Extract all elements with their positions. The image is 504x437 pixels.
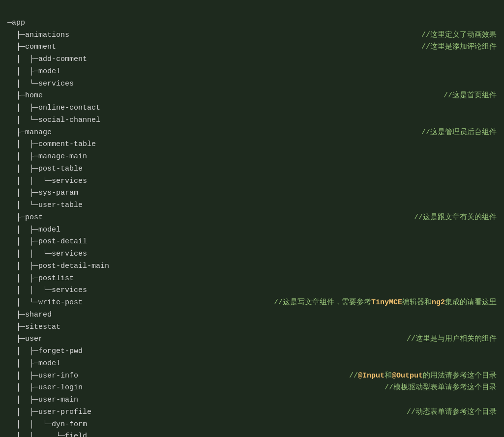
tree-line: ├─shared xyxy=(7,309,497,321)
node-path: ├─home xyxy=(7,90,43,102)
node-path: │ ├─model xyxy=(7,66,60,78)
node-path: │ ├─user-profile xyxy=(7,407,91,419)
tree-line: │ ├─user-profile//动态表单请参考这个目录 xyxy=(7,407,497,419)
node-path: │ ├─post-table xyxy=(7,163,83,175)
node-path: │ ├─post-detail-main xyxy=(7,261,109,273)
node-comment: //模板驱动型表单请参考这个目录 xyxy=(385,382,497,394)
node-path: │ ├─forget-pwd xyxy=(7,346,83,358)
node-comment: //这是首页组件 xyxy=(444,90,497,102)
tree-line: │ ├─model xyxy=(7,224,497,236)
node-path: │ ├─model xyxy=(7,358,60,370)
file-tree: ─app ├─animations//这里定义了动画效果 ├─comment//… xyxy=(7,5,497,437)
node-path: │ ├─model xyxy=(7,224,60,236)
tree-line: │ ├─post-detail-main xyxy=(7,261,497,273)
node-path: │ ├─user-info xyxy=(7,370,78,382)
tree-line: │ ├─post-table xyxy=(7,163,497,175)
node-path: │ ├─user-login xyxy=(7,382,83,394)
node-path: ├─shared xyxy=(7,309,52,321)
tree-line: ├─home//这是首页组件 xyxy=(7,90,497,102)
node-path: │ └─write-post xyxy=(7,297,83,309)
node-path: │ ├─manage-main xyxy=(7,151,87,163)
node-comment: //这是管理员后台组件 xyxy=(421,127,497,139)
node-path: │ │ └─services xyxy=(7,248,87,261)
tree-line: │ ├─model xyxy=(7,358,497,370)
tree-line: │ ├─forget-pwd xyxy=(7,346,497,358)
node-path: │ ├─sys-param xyxy=(7,187,78,200)
tree-line: ─app xyxy=(7,17,497,29)
tree-line: ├─comment//这里是添加评论组件 xyxy=(7,41,497,54)
node-comment: //这里定义了动画效果 xyxy=(421,29,497,42)
node-comment: //动态表单请参考这个目录 xyxy=(407,407,497,419)
tree-line: ├─sitestat xyxy=(7,321,497,334)
node-comment: //@Input和@Output的用法请参考这个目录 xyxy=(349,370,497,382)
node-path: │ │ └─field xyxy=(7,431,87,437)
tree-line: │ ├─post-detail xyxy=(7,236,497,248)
node-path: ├─user xyxy=(7,333,43,346)
node-path: ├─animations xyxy=(7,29,69,42)
tree-line: ├─post//这是跟文章有关的组件 xyxy=(7,212,497,224)
tree-line: ├─animations//这里定义了动画效果 xyxy=(7,29,497,42)
node-path: │ ├─user-main xyxy=(7,394,78,407)
root-node: ─app xyxy=(7,17,25,29)
node-comment: //这里是添加评论组件 xyxy=(421,41,497,54)
tree-line: │ │ └─dyn-form xyxy=(7,419,497,431)
node-path: ├─manage xyxy=(7,127,52,139)
tree-line: │ ├─model xyxy=(7,66,497,78)
node-comment: //这里是与用户相关的组件 xyxy=(407,333,497,346)
node-path: │ ├─postlist xyxy=(7,273,74,285)
tree-line: │ ├─sys-param xyxy=(7,187,497,200)
tree-line: │ │ └─services xyxy=(7,285,497,297)
node-path: │ │ └─dyn-form xyxy=(7,419,87,431)
node-path: ├─sitestat xyxy=(7,321,60,334)
node-path: ├─comment xyxy=(7,41,56,54)
node-path: │ ├─post-detail xyxy=(7,236,87,248)
tree-line: │ │ └─services xyxy=(7,248,497,261)
node-path: │ └─social-channel xyxy=(7,115,100,127)
tree-line: │ └─services xyxy=(7,78,497,90)
node-path: │ └─user-table xyxy=(7,200,83,212)
node-path: │ ├─online-contact xyxy=(7,102,100,115)
tree-line: │ ├─add-comment xyxy=(7,54,497,66)
node-comment: //这是写文章组件，需要参考TinyMCE编辑器和ng2集成的请看这里 xyxy=(274,297,497,309)
tree-line: │ ├─comment-table xyxy=(7,139,497,151)
tree-line: │ └─social-channel xyxy=(7,115,497,127)
node-path: │ └─services xyxy=(7,78,74,90)
tree-line: ├─manage//这是管理员后台组件 xyxy=(7,127,497,139)
tree-line: │ ├─user-login//模板驱动型表单请参考这个目录 xyxy=(7,382,497,394)
node-comment: //这是跟文章有关的组件 xyxy=(414,212,497,224)
tree-line: │ ├─manage-main xyxy=(7,151,497,163)
node-path: │ ├─comment-table xyxy=(7,139,96,151)
tree-line: │ ├─user-info//@Input和@Output的用法请参考这个目录 xyxy=(7,370,497,382)
tree-line: │ └─write-post//这是写文章组件，需要参考TinyMCE编辑器和n… xyxy=(7,297,497,309)
node-path: │ ├─add-comment xyxy=(7,54,87,66)
tree-line: │ └─user-table xyxy=(7,200,497,212)
tree-line: │ │ └─services xyxy=(7,175,497,188)
tree-line: │ ├─postlist xyxy=(7,273,497,285)
tree-line: ├─user//这里是与用户相关的组件 xyxy=(7,333,497,346)
tree-line: │ │ └─field xyxy=(7,431,497,437)
tree-line: │ ├─online-contact xyxy=(7,102,497,115)
tree-line: │ ├─user-main xyxy=(7,394,497,407)
node-path: │ │ └─services xyxy=(7,285,87,297)
node-path: │ │ └─services xyxy=(7,175,87,188)
node-path: ├─post xyxy=(7,212,43,224)
